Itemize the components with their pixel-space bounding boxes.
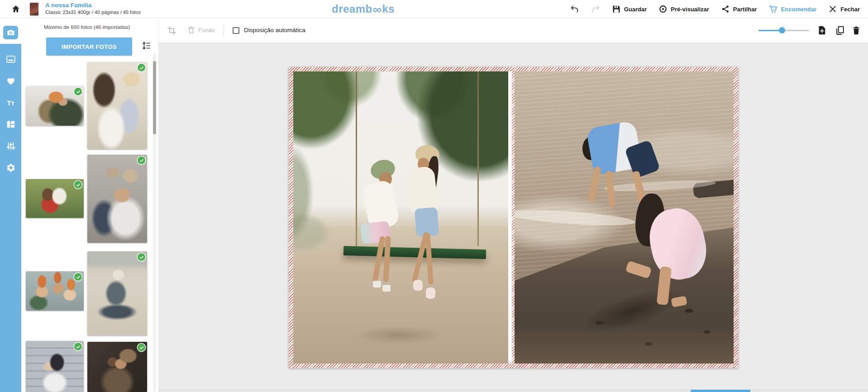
top-bar: A nossa Família Classic 23x31 400gr / 40… bbox=[0, 0, 868, 18]
close-button[interactable]: Fechar bbox=[828, 5, 860, 14]
left-page-photo[interactable] bbox=[289, 67, 508, 368]
project-title-block: A nossa Família Classic 23x31 400gr / 40… bbox=[45, 2, 141, 15]
photo-thumbnail[interactable] bbox=[87, 62, 147, 149]
save-label: Guardar bbox=[624, 6, 647, 13]
toolbar-divider bbox=[224, 24, 224, 37]
logo-text-prefix: dreamb bbox=[332, 3, 372, 15]
layouts-icon bbox=[6, 119, 16, 129]
sort-icon[interactable] bbox=[141, 41, 151, 51]
order-label: Encomendar bbox=[781, 6, 817, 13]
sidebar-item-photos-active[interactable] bbox=[3, 26, 18, 39]
sidebar-item-favorites[interactable] bbox=[0, 72, 21, 90]
sidebar-item-layouts[interactable] bbox=[0, 115, 21, 133]
editor-toolbar: Fundo Disposição automática bbox=[158, 18, 868, 43]
preview-button[interactable]: Pré-visualizar bbox=[658, 5, 709, 14]
heart-icon bbox=[6, 76, 16, 86]
preview-icon bbox=[658, 5, 668, 14]
save-icon bbox=[612, 5, 621, 14]
selected-check-badge bbox=[138, 253, 145, 261]
remove-background-button[interactable]: Fundo bbox=[187, 26, 215, 34]
swing-rope bbox=[477, 67, 479, 246]
ground-shadow bbox=[355, 326, 443, 344]
photos-count-header: Máximo de 600 fotos (46 importadas) bbox=[21, 24, 153, 30]
zoom-slider[interactable] bbox=[758, 27, 809, 33]
sidebar-item-gallery[interactable] bbox=[0, 50, 21, 68]
photo-thumbnail[interactable] bbox=[87, 342, 147, 392]
sidebar-item-text[interactable]: Tᴛ bbox=[0, 94, 21, 112]
project-title: A nossa Família bbox=[45, 2, 141, 9]
background-label: Fundo bbox=[198, 27, 215, 33]
girl-figure bbox=[403, 145, 460, 302]
bleed-margin-spine bbox=[512, 67, 515, 368]
book-cover-thumbnail bbox=[30, 3, 38, 15]
girl-figure bbox=[626, 194, 720, 320]
topbar-actions: Guardar Pré-visualizar Partilhar Encomen… bbox=[570, 0, 868, 18]
book-spread bbox=[289, 67, 738, 368]
selected-check-badge bbox=[138, 64, 145, 71]
auto-layout-label[interactable]: Disposição automática bbox=[244, 27, 305, 33]
photos-icon bbox=[6, 54, 16, 64]
photo-thumbnail[interactable] bbox=[87, 251, 147, 335]
close-label: Fechar bbox=[840, 6, 860, 13]
share-label: Partilhar bbox=[733, 6, 757, 13]
photo-thumbnail[interactable] bbox=[26, 271, 84, 311]
home-icon[interactable] bbox=[11, 4, 21, 14]
undo-icon[interactable] bbox=[570, 5, 579, 14]
adjustments-icon bbox=[6, 141, 16, 151]
bleed-margin-left bbox=[289, 67, 293, 368]
flower-sticker-icon bbox=[6, 163, 16, 173]
photo-thumbnail[interactable] bbox=[87, 155, 147, 243]
import-photos-button[interactable]: IMPORTAR FOTOS bbox=[46, 38, 132, 56]
selected-check-badge bbox=[74, 88, 82, 95]
selected-check-badge bbox=[74, 181, 82, 189]
bottom-bar-peek bbox=[158, 389, 868, 392]
selected-check-badge bbox=[138, 156, 145, 164]
crop-icon[interactable] bbox=[167, 26, 176, 35]
selected-check-badge bbox=[138, 344, 145, 351]
close-icon bbox=[828, 5, 837, 14]
photo-thumbnail[interactable] bbox=[26, 341, 84, 392]
camera-icon bbox=[6, 28, 15, 37]
share-icon bbox=[721, 5, 730, 14]
sidebar-item-adjustments[interactable] bbox=[0, 137, 21, 155]
share-button[interactable]: Partilhar bbox=[721, 5, 757, 14]
swing-rope bbox=[356, 67, 357, 252]
text-icon: Tᴛ bbox=[7, 99, 14, 107]
selected-check-badge bbox=[74, 343, 82, 350]
photo-thumbnail[interactable] bbox=[26, 179, 84, 218]
logo-infinity-glyph: ∞ bbox=[373, 4, 382, 16]
zoom-slider-thumb[interactable] bbox=[779, 27, 785, 33]
duplicate-page-icon[interactable] bbox=[835, 25, 845, 35]
save-button[interactable]: Guardar bbox=[612, 5, 647, 14]
cart-icon bbox=[769, 5, 778, 14]
selected-check-badge bbox=[74, 273, 82, 281]
photo-thumbnail[interactable] bbox=[26, 86, 84, 126]
auto-layout-checkbox[interactable] bbox=[233, 27, 239, 34]
sidebar-item-stickers[interactable] bbox=[0, 159, 21, 177]
logo-text-suffix: ks bbox=[382, 3, 395, 15]
project-subtitle: Classic 23x31 400gr / 40 páginas / 45 fo… bbox=[45, 9, 141, 15]
dreambooks-logo: dreamb∞ks bbox=[332, 0, 395, 18]
preview-label: Pré-visualizar bbox=[671, 6, 709, 13]
order-button[interactable]: Encomendar bbox=[769, 5, 817, 14]
redo-icon[interactable] bbox=[591, 5, 600, 14]
left-nav-rail: Tᴛ bbox=[0, 18, 21, 392]
add-page-icon[interactable] bbox=[817, 25, 827, 35]
delete-page-icon[interactable] bbox=[851, 25, 861, 35]
trash-icon bbox=[187, 26, 196, 34]
topbar-divider bbox=[25, 4, 26, 14]
panel-scrollbar-thumb[interactable] bbox=[153, 61, 156, 134]
photos-panel: Máximo de 600 fotos (46 importadas) IMPO… bbox=[21, 18, 158, 392]
bottom-blue-element[interactable] bbox=[691, 390, 750, 392]
right-page-photo[interactable] bbox=[515, 67, 738, 368]
editor-canvas bbox=[158, 43, 868, 392]
bleed-margin-right bbox=[734, 67, 738, 368]
